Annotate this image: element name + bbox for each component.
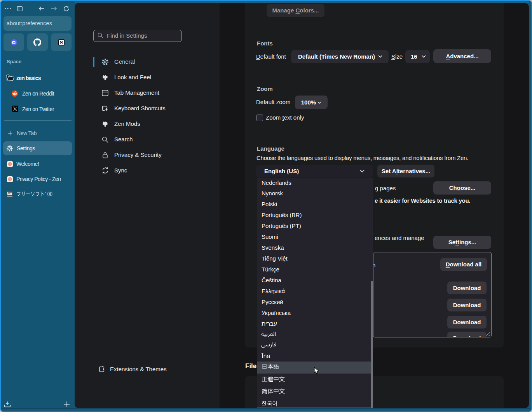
svg-text:N: N [60, 40, 63, 45]
